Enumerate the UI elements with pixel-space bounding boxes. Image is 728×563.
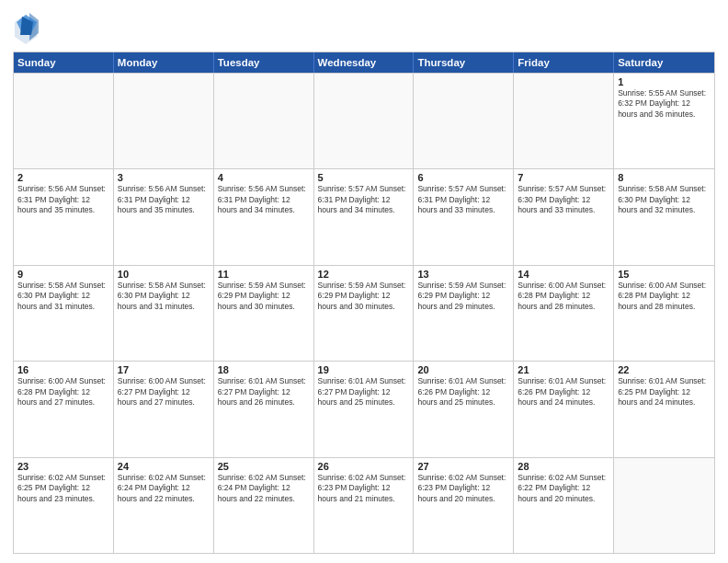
day-info: Sunrise: 5:57 AM Sunset: 6:31 PM Dayligh… xyxy=(318,184,410,215)
day-info: Sunrise: 5:56 AM Sunset: 6:31 PM Dayligh… xyxy=(218,184,310,215)
day-cell-4: 4Sunrise: 5:56 AM Sunset: 6:31 PM Daylig… xyxy=(214,169,314,264)
day-number: 14 xyxy=(518,269,609,280)
calendar-header: SundayMondayTuesdayWednesdayThursdayFrid… xyxy=(14,52,714,73)
day-cell-empty-0-1 xyxy=(114,74,214,168)
day-info: Sunrise: 6:02 AM Sunset: 6:24 PM Dayligh… xyxy=(118,473,210,504)
day-info: Sunrise: 6:01 AM Sunset: 6:26 PM Dayligh… xyxy=(518,376,609,408)
day-info: Sunrise: 6:01 AM Sunset: 6:25 PM Dayligh… xyxy=(618,376,711,408)
day-info: Sunrise: 5:58 AM Sunset: 6:30 PM Dayligh… xyxy=(618,184,711,215)
day-number: 13 xyxy=(417,269,509,280)
page: SundayMondayTuesdayWednesdayThursdayFrid… xyxy=(0,0,728,563)
weekday-header-thursday: Thursday xyxy=(414,52,514,73)
day-number: 28 xyxy=(518,461,609,472)
day-cell-25: 25Sunrise: 6:02 AM Sunset: 6:24 PM Dayli… xyxy=(214,458,314,553)
day-number: 21 xyxy=(518,364,609,375)
day-info: Sunrise: 6:00 AM Sunset: 6:27 PM Dayligh… xyxy=(118,376,210,408)
day-info: Sunrise: 6:02 AM Sunset: 6:24 PM Dayligh… xyxy=(218,473,310,504)
day-cell-empty-0-5 xyxy=(514,74,614,168)
day-number: 24 xyxy=(118,461,210,472)
weekday-header-monday: Monday xyxy=(114,52,214,73)
day-number: 16 xyxy=(17,364,109,375)
day-info: Sunrise: 5:58 AM Sunset: 6:30 PM Dayligh… xyxy=(17,281,109,312)
day-number: 22 xyxy=(618,364,711,375)
day-cell-22: 22Sunrise: 6:01 AM Sunset: 6:25 PM Dayli… xyxy=(614,362,714,456)
day-number: 15 xyxy=(618,269,711,280)
day-cell-3: 3Sunrise: 5:56 AM Sunset: 6:31 PM Daylig… xyxy=(114,169,214,264)
day-cell-23: 23Sunrise: 6:02 AM Sunset: 6:25 PM Dayli… xyxy=(14,458,114,553)
day-info: Sunrise: 5:56 AM Sunset: 6:31 PM Dayligh… xyxy=(17,184,109,215)
day-cell-24: 24Sunrise: 6:02 AM Sunset: 6:24 PM Dayli… xyxy=(114,458,214,553)
day-info: Sunrise: 6:01 AM Sunset: 6:27 PM Dayligh… xyxy=(218,376,310,408)
day-cell-2: 2Sunrise: 5:56 AM Sunset: 6:31 PM Daylig… xyxy=(14,169,114,264)
weekday-header-wednesday: Wednesday xyxy=(314,52,415,73)
week-row-1: 2Sunrise: 5:56 AM Sunset: 6:31 PM Daylig… xyxy=(14,168,714,264)
day-cell-19: 19Sunrise: 6:01 AM Sunset: 6:27 PM Dayli… xyxy=(314,362,415,456)
day-cell-28: 28Sunrise: 6:02 AM Sunset: 6:22 PM Dayli… xyxy=(514,458,614,553)
weekday-header-friday: Friday xyxy=(514,52,614,73)
week-row-0: 1Sunrise: 5:55 AM Sunset: 6:32 PM Daylig… xyxy=(14,73,714,168)
day-number: 3 xyxy=(118,172,210,183)
day-info: Sunrise: 5:58 AM Sunset: 6:30 PM Dayligh… xyxy=(118,281,210,312)
day-number: 19 xyxy=(318,364,410,375)
day-info: Sunrise: 6:02 AM Sunset: 6:23 PM Dayligh… xyxy=(417,473,509,504)
day-info: Sunrise: 6:02 AM Sunset: 6:22 PM Dayligh… xyxy=(518,473,609,504)
weekday-header-saturday: Saturday xyxy=(614,52,714,73)
day-cell-6: 6Sunrise: 5:57 AM Sunset: 6:31 PM Daylig… xyxy=(414,169,514,264)
week-row-3: 16Sunrise: 6:00 AM Sunset: 6:28 PM Dayli… xyxy=(14,361,714,456)
day-info: Sunrise: 6:01 AM Sunset: 6:27 PM Dayligh… xyxy=(318,376,410,408)
day-info: Sunrise: 5:56 AM Sunset: 6:31 PM Dayligh… xyxy=(118,184,210,215)
day-cell-27: 27Sunrise: 6:02 AM Sunset: 6:23 PM Dayli… xyxy=(414,458,514,553)
day-cell-empty-0-0 xyxy=(14,74,114,168)
week-row-2: 9Sunrise: 5:58 AM Sunset: 6:30 PM Daylig… xyxy=(14,265,714,361)
day-cell-empty-0-2 xyxy=(214,74,314,168)
day-info: Sunrise: 6:01 AM Sunset: 6:26 PM Dayligh… xyxy=(417,376,509,408)
day-info: Sunrise: 5:59 AM Sunset: 6:29 PM Dayligh… xyxy=(218,281,310,312)
day-cell-26: 26Sunrise: 6:02 AM Sunset: 6:23 PM Dayli… xyxy=(314,458,415,553)
logo xyxy=(13,13,39,46)
day-info: Sunrise: 6:00 AM Sunset: 6:28 PM Dayligh… xyxy=(518,281,609,312)
day-number: 4 xyxy=(218,172,310,183)
day-info: Sunrise: 5:59 AM Sunset: 6:29 PM Dayligh… xyxy=(417,281,509,312)
week-row-4: 23Sunrise: 6:02 AM Sunset: 6:25 PM Dayli… xyxy=(14,457,714,553)
day-info: Sunrise: 6:00 AM Sunset: 6:28 PM Dayligh… xyxy=(618,281,711,312)
day-number: 18 xyxy=(218,364,310,375)
day-cell-empty-4-6 xyxy=(614,458,714,553)
day-info: Sunrise: 6:02 AM Sunset: 6:25 PM Dayligh… xyxy=(17,473,109,504)
logo-icon xyxy=(13,13,39,46)
calendar: SundayMondayTuesdayWednesdayThursdayFrid… xyxy=(13,52,715,554)
day-cell-11: 11Sunrise: 5:59 AM Sunset: 6:29 PM Dayli… xyxy=(214,266,314,361)
day-number: 1 xyxy=(618,76,711,87)
day-number: 12 xyxy=(318,269,410,280)
day-cell-12: 12Sunrise: 5:59 AM Sunset: 6:29 PM Dayli… xyxy=(314,266,415,361)
day-info: Sunrise: 5:57 AM Sunset: 6:31 PM Dayligh… xyxy=(417,184,509,215)
header xyxy=(13,9,715,46)
day-cell-15: 15Sunrise: 6:00 AM Sunset: 6:28 PM Dayli… xyxy=(614,266,714,361)
day-number: 2 xyxy=(17,172,109,183)
day-number: 7 xyxy=(518,172,609,183)
day-cell-empty-0-3 xyxy=(314,74,415,168)
day-info: Sunrise: 5:55 AM Sunset: 6:32 PM Dayligh… xyxy=(618,88,711,120)
day-cell-10: 10Sunrise: 5:58 AM Sunset: 6:30 PM Dayli… xyxy=(114,266,214,361)
day-number: 9 xyxy=(17,269,109,280)
day-number: 27 xyxy=(417,461,509,472)
day-number: 20 xyxy=(417,364,509,375)
day-number: 10 xyxy=(118,269,210,280)
weekday-header-tuesday: Tuesday xyxy=(214,52,314,73)
day-number: 25 xyxy=(218,461,310,472)
day-number: 23 xyxy=(17,461,109,472)
day-number: 17 xyxy=(118,364,210,375)
day-info: Sunrise: 5:59 AM Sunset: 6:29 PM Dayligh… xyxy=(318,281,410,312)
day-info: Sunrise: 6:02 AM Sunset: 6:23 PM Dayligh… xyxy=(318,473,410,504)
day-cell-empty-0-4 xyxy=(414,74,514,168)
day-number: 8 xyxy=(618,172,711,183)
day-cell-18: 18Sunrise: 6:01 AM Sunset: 6:27 PM Dayli… xyxy=(214,362,314,456)
day-cell-17: 17Sunrise: 6:00 AM Sunset: 6:27 PM Dayli… xyxy=(114,362,214,456)
day-cell-21: 21Sunrise: 6:01 AM Sunset: 6:26 PM Dayli… xyxy=(514,362,614,456)
calendar-body: 1Sunrise: 5:55 AM Sunset: 6:32 PM Daylig… xyxy=(14,73,714,553)
day-cell-8: 8Sunrise: 5:58 AM Sunset: 6:30 PM Daylig… xyxy=(614,169,714,264)
day-cell-13: 13Sunrise: 5:59 AM Sunset: 6:29 PM Dayli… xyxy=(414,266,514,361)
day-cell-16: 16Sunrise: 6:00 AM Sunset: 6:28 PM Dayli… xyxy=(14,362,114,456)
day-cell-5: 5Sunrise: 5:57 AM Sunset: 6:31 PM Daylig… xyxy=(314,169,415,264)
weekday-header-sunday: Sunday xyxy=(14,52,114,73)
day-cell-9: 9Sunrise: 5:58 AM Sunset: 6:30 PM Daylig… xyxy=(14,266,114,361)
